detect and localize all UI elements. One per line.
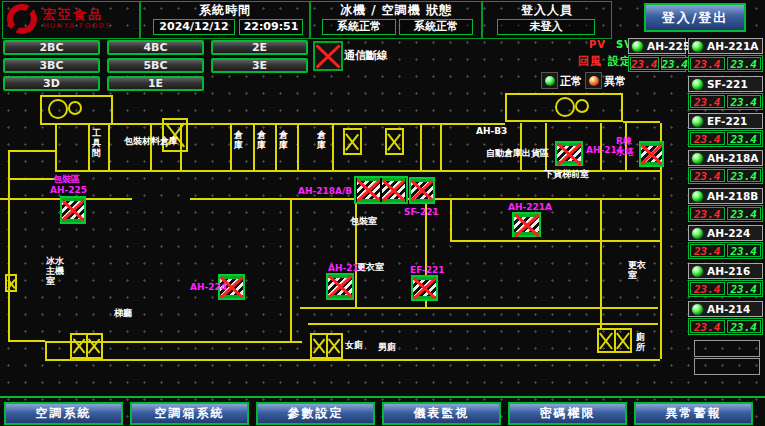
- room-label: 男廁: [378, 342, 396, 352]
- status-led-icon: [691, 78, 704, 91]
- wall-segment: [8, 340, 45, 342]
- room-label: 冰水主機室: [46, 256, 68, 286]
- unit-panel-ah-224[interactable]: AH-224: [688, 225, 763, 241]
- floor-button-3d[interactable]: 3D: [3, 76, 100, 91]
- wall-segment: [600, 198, 602, 328]
- wall-segment: [308, 323, 658, 325]
- ahu-icon-ah-221a[interactable]: [512, 212, 541, 237]
- room-label: 更衣室: [357, 262, 384, 272]
- wall-segment: [8, 150, 55, 152]
- wall-segment: [45, 341, 47, 359]
- wall-segment: [8, 150, 10, 342]
- unit-panel-ah-214[interactable]: AH-214: [688, 301, 763, 317]
- nav-button-parameters[interactable]: 參數設定: [256, 402, 375, 425]
- wall-segment: [88, 123, 90, 170]
- wall-segment: [108, 123, 110, 170]
- ahu-icon-ah-216[interactable]: [326, 273, 354, 300]
- login-status-value: 未登入: [497, 19, 595, 35]
- normal-label: 正常: [560, 74, 582, 89]
- nav-button-password-auth[interactable]: 密碼權限: [508, 402, 627, 425]
- unit-values-ef-221: 23.423.4: [688, 130, 763, 147]
- floor-button-2e[interactable]: 2E: [211, 40, 308, 55]
- ahu-icon-ah-225[interactable]: [60, 196, 86, 224]
- unit-panel-ah-218a[interactable]: AH-218A: [688, 150, 763, 166]
- return-air-label: 回風: [578, 54, 602, 69]
- hunya-logo-icon: [7, 4, 37, 34]
- wall-segment: [8, 178, 55, 180]
- machine-status-panel: 冰機 / 空調機 狀態 系統正常 系統正常: [310, 1, 482, 39]
- ahu-icon-sf-221[interactable]: [409, 177, 435, 204]
- room-label: 工具間: [92, 128, 103, 158]
- wall-segment: [450, 240, 660, 242]
- floor-button-4bc[interactable]: 4BC: [107, 40, 204, 55]
- wall-segment: [230, 123, 232, 170]
- unit-panel-ah-218b[interactable]: AH-218B: [688, 188, 763, 204]
- ahu-icon-water-tower[interactable]: [639, 141, 664, 167]
- wall-segment: [520, 123, 522, 170]
- status-led-icon: [691, 152, 704, 165]
- wall-segment: [420, 123, 422, 170]
- nav-button-alarm[interactable]: 異常警報: [634, 402, 753, 425]
- logo-title: 宏亞食品: [43, 8, 111, 22]
- equipment-label: EF-221: [410, 265, 445, 275]
- ac-status-value: 系統正常: [399, 19, 473, 35]
- nav-button-ahu-system[interactable]: 空調箱系統: [130, 402, 249, 425]
- floor-button-2bc[interactable]: 2BC: [3, 40, 100, 55]
- status-led-icon: [691, 190, 704, 203]
- empty-unit-slot: [694, 340, 760, 357]
- status-led-icon: [631, 40, 644, 53]
- equipment-label: SF-221: [404, 207, 439, 217]
- wall-segment: [275, 123, 277, 170]
- logo-panel: 宏亞食品 HUNYA FOODS: [2, 1, 140, 39]
- wall-segment: [332, 123, 334, 170]
- stair-icon: [385, 128, 404, 155]
- wall-segment: [297, 123, 299, 170]
- chiller-status-value: 系統正常: [322, 19, 396, 35]
- system-time-value: 22:09:51: [239, 19, 303, 35]
- floor-button-3bc[interactable]: 3BC: [3, 58, 100, 73]
- floor-plan: 包裝區 AH-225 AH-218A/B SF-221 AH-214 R棟 水塔…: [0, 92, 675, 396]
- stair-icon: [597, 328, 632, 353]
- empty-unit-slot: [694, 358, 760, 375]
- room-label: 梯廳: [114, 308, 132, 318]
- abnormal-label: 異常: [604, 74, 626, 89]
- floor-button-1e[interactable]: 1E: [107, 76, 204, 91]
- floor-button-5bc[interactable]: 5BC: [107, 58, 204, 73]
- stair-icon: [343, 128, 362, 155]
- room-label: 倉庫: [234, 130, 245, 150]
- machine-status-label: 冰機 / 空調機 狀態: [311, 2, 481, 18]
- stair-icon: [5, 274, 17, 292]
- ahu-icon-ah-214[interactable]: [555, 141, 583, 166]
- unit-panel-ah-221a[interactable]: AH-221A: [688, 38, 763, 54]
- unit-panel-ah-225[interactable]: AH-225: [628, 38, 686, 54]
- comm-fail-icon: [313, 41, 343, 71]
- ahu-icon-ah-218ab[interactable]: [354, 176, 408, 204]
- unit-panel-ah-216[interactable]: AH-216: [688, 263, 763, 279]
- equipment-label: AH-218A/B: [298, 186, 352, 196]
- status-led-icon: [691, 265, 704, 278]
- equipment-label: AH-225: [50, 185, 87, 195]
- room-label: 包裝材料倉庫: [124, 136, 178, 146]
- ahu-icon-ef-221[interactable]: [411, 275, 438, 301]
- unit-values-ah-218a: 23.423.4: [688, 167, 763, 184]
- status-led-icon: [691, 303, 704, 316]
- pv-label: PV: [589, 39, 606, 50]
- floor-button-3e[interactable]: 3E: [211, 58, 308, 73]
- unit-panel-ef-221[interactable]: EF-221: [688, 113, 763, 129]
- login-panel: 登入人員 未登入: [482, 1, 612, 39]
- login-label: 登入人員: [483, 2, 611, 18]
- login-logout-button[interactable]: 登入/登出: [644, 3, 746, 32]
- wall-segment: [253, 123, 255, 170]
- nav-button-meter-monitor[interactable]: 儀表監視: [382, 402, 501, 425]
- room-label: 下貨梯前室: [544, 169, 589, 179]
- unit-panel-sf-221[interactable]: SF-221: [688, 76, 763, 92]
- stair-icon: [162, 118, 188, 152]
- status-led-icon: [691, 115, 704, 128]
- room-label: AH-B3: [476, 126, 507, 136]
- equipment-label: 水塔: [616, 147, 634, 157]
- wall-segment: [623, 121, 660, 123]
- wall-segment: [355, 198, 357, 308]
- nav-button-ac-system[interactable]: 空調系統: [4, 402, 123, 425]
- wall-segment: [290, 198, 292, 343]
- unit-values-sf-221: 23.423.4: [688, 93, 763, 110]
